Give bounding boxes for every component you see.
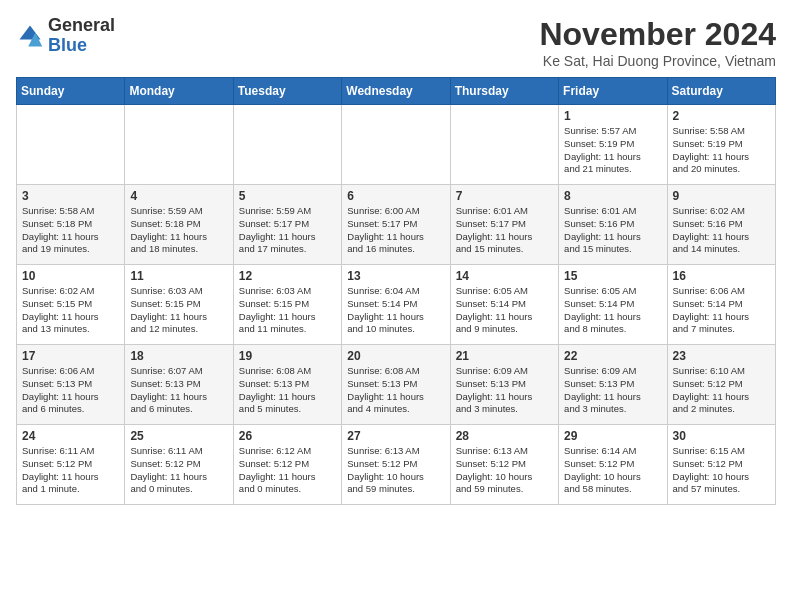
day-info: Sunrise: 6:10 AM Sunset: 5:12 PM Dayligh…	[673, 365, 770, 416]
day-number: 4	[130, 189, 227, 203]
day-info: Sunrise: 6:01 AM Sunset: 5:16 PM Dayligh…	[564, 205, 661, 256]
calendar-cell: 13Sunrise: 6:04 AM Sunset: 5:14 PM Dayli…	[342, 265, 450, 345]
day-info: Sunrise: 6:13 AM Sunset: 5:12 PM Dayligh…	[347, 445, 444, 496]
day-number: 14	[456, 269, 553, 283]
calendar-cell: 26Sunrise: 6:12 AM Sunset: 5:12 PM Dayli…	[233, 425, 341, 505]
calendar-cell: 3Sunrise: 5:58 AM Sunset: 5:18 PM Daylig…	[17, 185, 125, 265]
day-info: Sunrise: 6:15 AM Sunset: 5:12 PM Dayligh…	[673, 445, 770, 496]
calendar-week-row: 24Sunrise: 6:11 AM Sunset: 5:12 PM Dayli…	[17, 425, 776, 505]
day-number: 18	[130, 349, 227, 363]
day-number: 25	[130, 429, 227, 443]
calendar-cell: 28Sunrise: 6:13 AM Sunset: 5:12 PM Dayli…	[450, 425, 558, 505]
calendar-cell	[17, 105, 125, 185]
calendar-day-header: Saturday	[667, 78, 775, 105]
logo-icon	[16, 22, 44, 50]
calendar-day-header: Friday	[559, 78, 667, 105]
calendar-cell: 7Sunrise: 6:01 AM Sunset: 5:17 PM Daylig…	[450, 185, 558, 265]
calendar-day-header: Thursday	[450, 78, 558, 105]
day-info: Sunrise: 6:07 AM Sunset: 5:13 PM Dayligh…	[130, 365, 227, 416]
calendar-cell: 10Sunrise: 6:02 AM Sunset: 5:15 PM Dayli…	[17, 265, 125, 345]
day-info: Sunrise: 6:13 AM Sunset: 5:12 PM Dayligh…	[456, 445, 553, 496]
calendar-day-header: Monday	[125, 78, 233, 105]
day-number: 30	[673, 429, 770, 443]
calendar-cell	[450, 105, 558, 185]
day-number: 27	[347, 429, 444, 443]
day-info: Sunrise: 6:05 AM Sunset: 5:14 PM Dayligh…	[564, 285, 661, 336]
calendar-cell: 5Sunrise: 5:59 AM Sunset: 5:17 PM Daylig…	[233, 185, 341, 265]
location: Ke Sat, Hai Duong Province, Vietnam	[539, 53, 776, 69]
day-info: Sunrise: 6:02 AM Sunset: 5:16 PM Dayligh…	[673, 205, 770, 256]
day-info: Sunrise: 6:09 AM Sunset: 5:13 PM Dayligh…	[564, 365, 661, 416]
day-number: 7	[456, 189, 553, 203]
calendar-week-row: 3Sunrise: 5:58 AM Sunset: 5:18 PM Daylig…	[17, 185, 776, 265]
calendar-cell: 17Sunrise: 6:06 AM Sunset: 5:13 PM Dayli…	[17, 345, 125, 425]
day-number: 16	[673, 269, 770, 283]
day-number: 5	[239, 189, 336, 203]
day-number: 12	[239, 269, 336, 283]
logo-blue-text: Blue	[48, 35, 87, 55]
title-block: November 2024 Ke Sat, Hai Duong Province…	[539, 16, 776, 69]
logo-general-text: General	[48, 15, 115, 35]
calendar-cell: 8Sunrise: 6:01 AM Sunset: 5:16 PM Daylig…	[559, 185, 667, 265]
day-info: Sunrise: 5:58 AM Sunset: 5:19 PM Dayligh…	[673, 125, 770, 176]
day-number: 10	[22, 269, 119, 283]
day-info: Sunrise: 6:12 AM Sunset: 5:12 PM Dayligh…	[239, 445, 336, 496]
calendar-cell: 18Sunrise: 6:07 AM Sunset: 5:13 PM Dayli…	[125, 345, 233, 425]
day-number: 13	[347, 269, 444, 283]
day-number: 2	[673, 109, 770, 123]
day-info: Sunrise: 6:05 AM Sunset: 5:14 PM Dayligh…	[456, 285, 553, 336]
calendar-cell: 12Sunrise: 6:03 AM Sunset: 5:15 PM Dayli…	[233, 265, 341, 345]
day-info: Sunrise: 6:02 AM Sunset: 5:15 PM Dayligh…	[22, 285, 119, 336]
day-info: Sunrise: 6:08 AM Sunset: 5:13 PM Dayligh…	[347, 365, 444, 416]
calendar-day-header: Sunday	[17, 78, 125, 105]
day-info: Sunrise: 6:03 AM Sunset: 5:15 PM Dayligh…	[239, 285, 336, 336]
calendar-cell: 27Sunrise: 6:13 AM Sunset: 5:12 PM Dayli…	[342, 425, 450, 505]
day-info: Sunrise: 5:59 AM Sunset: 5:18 PM Dayligh…	[130, 205, 227, 256]
calendar-cell: 23Sunrise: 6:10 AM Sunset: 5:12 PM Dayli…	[667, 345, 775, 425]
calendar-cell: 25Sunrise: 6:11 AM Sunset: 5:12 PM Dayli…	[125, 425, 233, 505]
day-number: 22	[564, 349, 661, 363]
calendar-day-header: Wednesday	[342, 78, 450, 105]
calendar-header-row: SundayMondayTuesdayWednesdayThursdayFrid…	[17, 78, 776, 105]
day-number: 19	[239, 349, 336, 363]
day-info: Sunrise: 6:04 AM Sunset: 5:14 PM Dayligh…	[347, 285, 444, 336]
calendar-cell: 22Sunrise: 6:09 AM Sunset: 5:13 PM Dayli…	[559, 345, 667, 425]
day-number: 17	[22, 349, 119, 363]
calendar-cell: 6Sunrise: 6:00 AM Sunset: 5:17 PM Daylig…	[342, 185, 450, 265]
day-info: Sunrise: 5:59 AM Sunset: 5:17 PM Dayligh…	[239, 205, 336, 256]
day-number: 11	[130, 269, 227, 283]
calendar-cell: 29Sunrise: 6:14 AM Sunset: 5:12 PM Dayli…	[559, 425, 667, 505]
day-info: Sunrise: 6:01 AM Sunset: 5:17 PM Dayligh…	[456, 205, 553, 256]
day-info: Sunrise: 6:11 AM Sunset: 5:12 PM Dayligh…	[22, 445, 119, 496]
day-info: Sunrise: 6:09 AM Sunset: 5:13 PM Dayligh…	[456, 365, 553, 416]
day-info: Sunrise: 5:58 AM Sunset: 5:18 PM Dayligh…	[22, 205, 119, 256]
calendar-cell: 2Sunrise: 5:58 AM Sunset: 5:19 PM Daylig…	[667, 105, 775, 185]
day-number: 3	[22, 189, 119, 203]
day-number: 20	[347, 349, 444, 363]
day-info: Sunrise: 6:06 AM Sunset: 5:14 PM Dayligh…	[673, 285, 770, 336]
day-info: Sunrise: 6:14 AM Sunset: 5:12 PM Dayligh…	[564, 445, 661, 496]
calendar-day-header: Tuesday	[233, 78, 341, 105]
calendar-cell	[233, 105, 341, 185]
calendar-cell: 30Sunrise: 6:15 AM Sunset: 5:12 PM Dayli…	[667, 425, 775, 505]
calendar-week-row: 17Sunrise: 6:06 AM Sunset: 5:13 PM Dayli…	[17, 345, 776, 425]
calendar-table: SundayMondayTuesdayWednesdayThursdayFrid…	[16, 77, 776, 505]
calendar-cell: 21Sunrise: 6:09 AM Sunset: 5:13 PM Dayli…	[450, 345, 558, 425]
day-number: 26	[239, 429, 336, 443]
day-number: 9	[673, 189, 770, 203]
calendar-cell: 24Sunrise: 6:11 AM Sunset: 5:12 PM Dayli…	[17, 425, 125, 505]
calendar-cell	[125, 105, 233, 185]
calendar-cell: 19Sunrise: 6:08 AM Sunset: 5:13 PM Dayli…	[233, 345, 341, 425]
day-info: Sunrise: 6:03 AM Sunset: 5:15 PM Dayligh…	[130, 285, 227, 336]
day-info: Sunrise: 6:08 AM Sunset: 5:13 PM Dayligh…	[239, 365, 336, 416]
logo: General Blue	[16, 16, 115, 56]
day-number: 1	[564, 109, 661, 123]
calendar-cell: 1Sunrise: 5:57 AM Sunset: 5:19 PM Daylig…	[559, 105, 667, 185]
day-number: 29	[564, 429, 661, 443]
calendar-cell: 11Sunrise: 6:03 AM Sunset: 5:15 PM Dayli…	[125, 265, 233, 345]
day-info: Sunrise: 5:57 AM Sunset: 5:19 PM Dayligh…	[564, 125, 661, 176]
day-number: 23	[673, 349, 770, 363]
day-number: 21	[456, 349, 553, 363]
calendar-week-row: 10Sunrise: 6:02 AM Sunset: 5:15 PM Dayli…	[17, 265, 776, 345]
calendar-cell: 16Sunrise: 6:06 AM Sunset: 5:14 PM Dayli…	[667, 265, 775, 345]
